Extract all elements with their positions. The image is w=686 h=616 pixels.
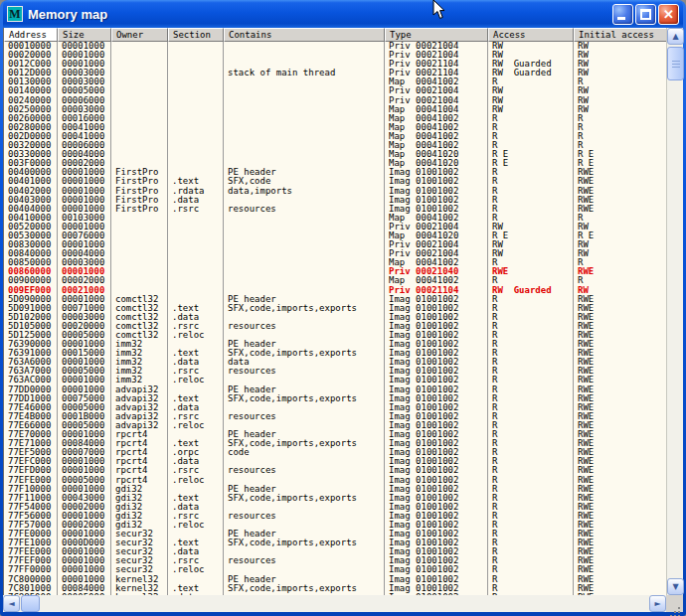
cell-size: 00001000: [58, 575, 111, 584]
table-row[interactable]: 0013000000003000Map 00041002RR: [4, 77, 666, 86]
table-row[interactable]: 0085000000003000Map 00041002RR: [4, 258, 666, 267]
column-header-access[interactable]: Access: [488, 28, 574, 42]
table-row[interactable]: 0032000000006000Map 00041002RR: [4, 141, 666, 150]
column-header-size[interactable]: Size: [58, 28, 111, 42]
table-row[interactable]: 0040200000001000FirstPro.rdatadata,impor…: [4, 187, 666, 196]
table-row[interactable]: 77FEE00000001000secur32.dataImag 0100100…: [4, 547, 666, 556]
table-row[interactable]: 5D10500000020000comctl32.rsrcresourcesIm…: [4, 322, 666, 331]
column-header-initial[interactable]: Initial access: [574, 28, 666, 42]
cell-initial: RW: [574, 69, 666, 77]
table-row[interactable]: 0028000000041000Map 00041002RR: [4, 123, 666, 132]
table-row[interactable]: 77DD000000001000advapi32PE headerImag 01…: [4, 385, 666, 394]
cell-type: Map 00041002: [385, 114, 488, 123]
table-row[interactable]: 77F1000000001000gdi32PE headerImag 01001…: [4, 485, 666, 494]
cell-owner: [111, 141, 168, 150]
table-row[interactable]: 0090000000002000Map 00041002RR: [4, 276, 666, 285]
vertical-scrollbar[interactable]: ▲ ▼: [666, 28, 683, 595]
table-row[interactable]: 77E4600000005000advapi32.dataImag 010010…: [4, 403, 666, 412]
table-row[interactable]: 002D000000041000Map 00041002RR: [4, 132, 666, 141]
cell-initial: RWE: [574, 457, 666, 466]
scroll-down-button[interactable]: ▼: [667, 578, 684, 595]
table-row[interactable]: 77F5700000002000gdi32.relocImag 01001002…: [4, 521, 666, 530]
table-row[interactable]: 77E6600000005000advapi32.relocImag 01001…: [4, 421, 666, 430]
cell-address: 77EF5000: [4, 448, 58, 457]
title-bar[interactable]: M Memory map ✕: [3, 0, 683, 28]
table-row[interactable]: 0053000000076000Map 00041020R ER E: [4, 231, 666, 240]
table-row[interactable]: 0012C00000001000Priv 00021104RW GuardedR…: [4, 60, 666, 69]
table-row[interactable]: 763A600000001000imm32.datadataImag 01001…: [4, 358, 666, 367]
table-row[interactable]: 5D09000000001000comctl32PE headerImag 01…: [4, 295, 666, 304]
cell-contains: [224, 286, 385, 295]
vertical-scroll-track[interactable]: [667, 45, 683, 578]
table-row[interactable]: 77FE000000001000secur32PE headerImag 010…: [4, 530, 666, 539]
table-row[interactable]: 77EFD00000001000rpcrt4.rsrcresourcesImag…: [4, 466, 666, 475]
table-row[interactable]: 009EF00000021000Priv 00021104RW GuardedR…: [4, 286, 666, 295]
table-row[interactable]: 0083000000001000Priv 00021004RWRW: [4, 240, 666, 249]
horizontal-scroll-track[interactable]: [20, 595, 649, 612]
table-row[interactable]: 77F5600000001000gdi32.rsrcresourcesImag …: [4, 512, 666, 521]
table-row[interactable]: 77F5400000002000gdi32.dataImag 01001002R…: [4, 503, 666, 512]
table-row[interactable]: 77E7000000001000rpcrt4PE headerImag 0100…: [4, 430, 666, 439]
table-row[interactable]: 7639100000015000imm32.textSFX,code,impor…: [4, 349, 666, 358]
cell-owner: secur32: [111, 556, 168, 565]
table-row[interactable]: 0040000000001000FirstProPE headerImag 01…: [4, 168, 666, 177]
table-row[interactable]: 003F000000002000Map 00041020R ER E: [4, 159, 666, 168]
table-row[interactable]: 0002000000001000Priv 00021004RWRW: [4, 51, 666, 60]
table-row[interactable]: 0026000000016000Map 00041002RR: [4, 114, 666, 123]
table-row[interactable]: 77EFE00000005000rpcrt4.relocImag 0100100…: [4, 476, 666, 485]
column-header-section[interactable]: Section: [168, 28, 224, 42]
table-row[interactable]: 7C80000000001000kernel32PE headerImag 01…: [4, 575, 666, 584]
cell-section: .orpc: [168, 448, 224, 457]
table-row[interactable]: 77DD100000075000advapi32.textSFX,code,im…: [4, 394, 666, 403]
cell-size: 00003000: [58, 258, 111, 267]
table-row[interactable]: 0086000000001000Priv 00021040RWERWE: [4, 267, 666, 276]
table-row[interactable]: 77FE10000000D000secur32.textSFX,code,imp…: [4, 539, 666, 547]
table-row[interactable]: 0040100000001000FirstPro.textSFX,codeIma…: [4, 177, 666, 186]
scroll-right-button[interactable]: ►: [649, 595, 666, 612]
column-header-address[interactable]: Address: [4, 28, 58, 42]
minimize-button[interactable]: [612, 4, 633, 25]
table-row[interactable]: 0012D00000003000stack of main threadPriv…: [4, 69, 666, 77]
table-row[interactable]: 763A700000005000imm32.rsrcresourcesImag …: [4, 367, 666, 376]
close-button[interactable]: ✕: [658, 4, 679, 25]
cell-address: 763A7000: [4, 367, 58, 376]
cell-contains: [224, 42, 385, 51]
table-row[interactable]: 77F1100000043000gdi32.textSFX,code,impor…: [4, 494, 666, 503]
horizontal-scroll-thumb[interactable]: [21, 595, 40, 612]
table-row[interactable]: 5D12500000005000comctl32.relocImag 01001…: [4, 331, 666, 340]
vertical-scroll-thumb[interactable]: [667, 47, 684, 80]
column-header-contains[interactable]: Contains: [224, 28, 385, 42]
table-row[interactable]: 763AC00000001000imm32.relocImag 01001002…: [4, 376, 666, 385]
table-row[interactable]: 5D10200000003000comctl32.dataImag 010010…: [4, 313, 666, 322]
table-row[interactable]: 0033000000004000Map 00041020R ER E: [4, 150, 666, 159]
table-row[interactable]: 0084000000004000Priv 00021004RWRW: [4, 249, 666, 258]
cell-section: [168, 123, 224, 132]
scroll-left-button[interactable]: ◄: [3, 595, 20, 612]
table-row[interactable]: 0001000000001000Priv 00021004RWRW: [4, 42, 666, 51]
table-row[interactable]: 77FF000000001000secur32.relocImag 010010…: [4, 565, 666, 574]
cell-type: Imag 01001002: [385, 331, 488, 340]
table-row[interactable]: 0040400000001000FirstPro.rsrcresourcesIm…: [4, 205, 666, 214]
table-row[interactable]: 7639000000001000imm32PE headerImag 01001…: [4, 340, 666, 349]
table-row[interactable]: 0025000000003000Map 00041004RWRW: [4, 105, 666, 114]
cell-address: 77F56000: [4, 512, 58, 521]
resize-grip[interactable]: [666, 595, 683, 612]
table-row[interactable]: 77EF500000007000rpcrt4.orpccodeImag 0100…: [4, 448, 666, 457]
table-row[interactable]: 7C80100000084000kernel32.textSFX,code,im…: [4, 584, 666, 593]
horizontal-scrollbar[interactable]: ◄ ►: [3, 595, 683, 612]
table-row[interactable]: 0024000000006000Priv 00021004RWRW: [4, 96, 666, 105]
table-row[interactable]: 77FEF00000001000secur32.rsrcresourcesIma…: [4, 556, 666, 565]
table-row[interactable]: 0041000000103000Map 00041002RR: [4, 214, 666, 223]
table-row[interactable]: 5D09100000071000comctl32.textSFX,code,im…: [4, 304, 666, 313]
scroll-up-button[interactable]: ▲: [667, 28, 684, 45]
column-header-owner[interactable]: Owner: [111, 28, 168, 42]
column-header-type[interactable]: Type: [385, 28, 488, 42]
table-row[interactable]: 77E4B0000001B000advapi32.rsrcresourcesIm…: [4, 412, 666, 421]
maximize-button[interactable]: [635, 4, 656, 25]
table-row[interactable]: 77E7100000084000rpcrt4.textSFX,code,impo…: [4, 439, 666, 448]
table-row[interactable]: 0014000000005000Priv 00021004RWRW: [4, 86, 666, 95]
table-row[interactable]: 0052000000001000Priv 00021004RWRW: [4, 223, 666, 231]
table-row[interactable]: 77EFC00000001000rpcrt4.dataImag 01001002…: [4, 457, 666, 466]
table-row[interactable]: 0040300000001000FirstPro.dataImag 010010…: [4, 196, 666, 205]
cell-owner: [111, 123, 168, 132]
